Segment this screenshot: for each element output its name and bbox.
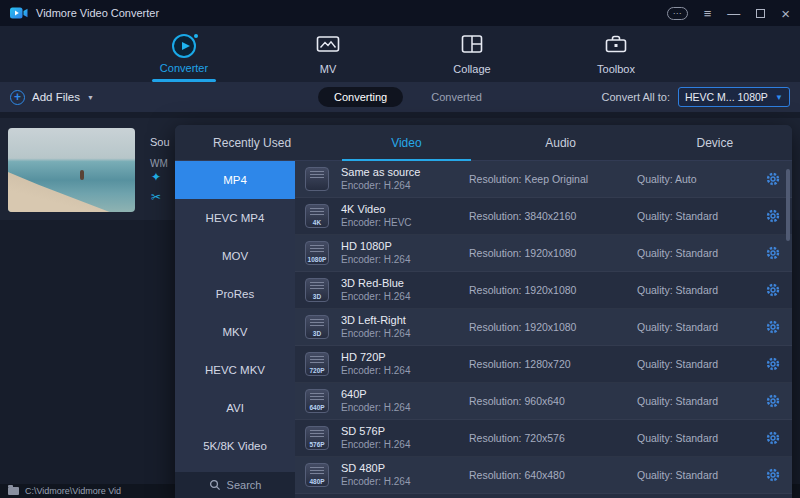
tab-toolbox[interactable]: Toolbox	[580, 26, 652, 82]
preset-row-sd-480p[interactable]: 480P SD 480P Encoder: H.264 Resolution: …	[295, 457, 792, 494]
tab-label: MV	[320, 63, 337, 75]
minimize-icon[interactable]: —	[727, 7, 740, 20]
sidebar-item-mov[interactable]: MOV	[175, 237, 295, 275]
preset-resolution: Resolution: Keep Original	[469, 173, 637, 185]
tab-video[interactable]: Video	[329, 125, 483, 160]
preset-quality: Quality: Standard	[637, 358, 749, 370]
preset-row-same-as-source[interactable]: Same as source Encoder: H.264 Resolution…	[295, 161, 792, 198]
preset-title: 640P	[341, 388, 469, 401]
preset-quality: Quality: Standard	[637, 432, 749, 444]
preset-list: Same as source Encoder: H.264 Resolution…	[295, 161, 792, 498]
preset-encoder: Encoder: H.264	[341, 254, 469, 266]
preset-encoder: Encoder: H.264	[341, 328, 469, 340]
preset-row-3d-left-right[interactable]: 3D 3D Left-Right Encoder: H.264 Resoluti…	[295, 309, 792, 346]
convert-all-dropdown[interactable]: HEVC M... 1080P ▼	[678, 87, 790, 107]
format-file-icon	[305, 167, 329, 191]
tab-collage[interactable]: Collage	[436, 26, 508, 82]
preset-resolution: Resolution: 1280x720	[469, 358, 637, 370]
close-icon[interactable]: ×	[781, 7, 790, 20]
converter-icon	[172, 34, 196, 58]
sand-area	[8, 167, 110, 212]
preset-row-3d-red-blue[interactable]: 3D 3D Red-Blue Encoder: H.264 Resolution…	[295, 272, 792, 309]
save-path[interactable]: C:\Vidmore\Vidmore Vid	[25, 486, 121, 496]
search-label: Search	[227, 479, 262, 491]
format-badge: 480P	[306, 478, 328, 485]
preset-resolution: Resolution: 960x640	[469, 395, 637, 407]
format-sidebar: MP4 HEVC MP4 MOV ProRes MKV HEVC MKV AVI…	[175, 161, 295, 498]
preset-title: SD 480P	[341, 462, 469, 475]
settings-gear-icon[interactable]	[766, 394, 780, 408]
tab-converter[interactable]: Converter	[148, 26, 220, 82]
sidebar-item-5k8k-video[interactable]: 5K/8K Video	[175, 427, 295, 465]
preset-row-4k-video[interactable]: 4K 4K Video Encoder: HEVC Resolution: 38…	[295, 198, 792, 235]
preset-encoder: Encoder: H.264	[341, 180, 469, 192]
toolbar: + Add Files ▼ Converting Converted Conve…	[0, 82, 800, 112]
format-file-icon: 640P	[305, 389, 329, 413]
convert-all-label: Convert All to:	[602, 91, 670, 103]
preset-encoder: Encoder: HEVC	[341, 217, 469, 229]
preset-resolution: Resolution: 720x576	[469, 432, 637, 444]
preset-encoder: Encoder: H.264	[341, 439, 469, 451]
scrollbar-thumb[interactable]	[786, 169, 790, 241]
sidebar-item-hevc-mkv[interactable]: HEVC MKV	[175, 351, 295, 389]
chevron-down-icon: ▼	[87, 94, 94, 101]
settings-gear-icon[interactable]	[766, 283, 780, 297]
video-thumbnail[interactable]	[8, 128, 135, 212]
more-menu-icon[interactable]: ···	[667, 7, 688, 20]
tab-converting[interactable]: Converting	[318, 87, 403, 107]
cut-icon[interactable]: ✂	[151, 190, 161, 204]
collage-icon	[461, 33, 483, 59]
format-file-icon: 1080P	[305, 241, 329, 265]
preset-quality: Quality: Standard	[637, 395, 749, 407]
preset-row-hd-1080p[interactable]: 1080P HD 1080P Encoder: H.264 Resolution…	[295, 235, 792, 272]
plus-icon: +	[10, 90, 25, 105]
preset-row-sd-576p[interactable]: 576P SD 576P Encoder: H.264 Resolution: …	[295, 420, 792, 457]
settings-gear-icon[interactable]	[766, 468, 780, 482]
tab-converted[interactable]: Converted	[431, 91, 482, 103]
preset-row-hd-720p[interactable]: 720P HD 720P Encoder: H.264 Resolution: …	[295, 346, 792, 383]
preset-row-640p[interactable]: 640P 640P Encoder: H.264 Resolution: 960…	[295, 383, 792, 420]
beach-video-preview	[8, 128, 135, 212]
preset-title: HD 1080P	[341, 240, 469, 253]
settings-gear-icon[interactable]	[766, 431, 780, 445]
settings-gear-icon[interactable]	[766, 209, 780, 223]
settings-gear-icon[interactable]	[766, 246, 780, 260]
settings-gear-icon[interactable]	[766, 320, 780, 334]
add-files-label: Add Files	[32, 91, 80, 103]
format-badge: 3D	[306, 330, 328, 337]
sidebar-item-prores[interactable]: ProRes	[175, 275, 295, 313]
format-badge: 576P	[306, 441, 328, 448]
sidebar-item-mp4[interactable]: MP4	[175, 161, 295, 199]
preset-title: 4K Video	[341, 203, 469, 216]
format-popup: Recently Used Video Audio Device MP4 HEV…	[175, 125, 792, 498]
settings-gear-icon[interactable]	[766, 172, 780, 186]
chevron-down-icon: ▼	[775, 93, 783, 102]
sidebar-item-avi[interactable]: AVI	[175, 389, 295, 427]
hamburger-menu-icon[interactable]: ≡	[704, 7, 712, 20]
sidebar-item-mkv[interactable]: MKV	[175, 313, 295, 351]
search-button[interactable]: Search	[175, 472, 295, 498]
sidebar-item-hevc-mp4[interactable]: HEVC MP4	[175, 199, 295, 237]
format-file-icon: 720P	[305, 352, 329, 376]
preset-resolution: Resolution: 3840x2160	[469, 210, 637, 222]
preset-encoder: Encoder: H.264	[341, 365, 469, 377]
format-popup-tabs: Recently Used Video Audio Device	[175, 125, 792, 161]
preset-title: 3D Left-Right	[341, 314, 469, 327]
edit-icon[interactable]: ✦	[151, 170, 161, 184]
preset-quality: Quality: Standard	[637, 469, 749, 481]
search-icon	[209, 479, 221, 491]
preset-quality: Quality: Auto	[637, 173, 749, 185]
tab-recently-used[interactable]: Recently Used	[175, 125, 329, 160]
add-files-button[interactable]: + Add Files ▼	[10, 90, 94, 105]
maximize-icon[interactable]	[756, 9, 765, 18]
preset-title: Same as source	[341, 166, 469, 179]
preset-quality: Quality: Standard	[637, 247, 749, 259]
format-file-icon: 3D	[305, 278, 329, 302]
settings-gear-icon[interactable]	[766, 357, 780, 371]
tab-mv[interactable]: MV	[292, 26, 364, 82]
file-source-text: Sou	[150, 136, 170, 148]
folder-icon	[8, 487, 19, 495]
tab-device[interactable]: Device	[638, 125, 792, 160]
preset-resolution: Resolution: 640x480	[469, 469, 637, 481]
tab-audio[interactable]: Audio	[484, 125, 638, 160]
